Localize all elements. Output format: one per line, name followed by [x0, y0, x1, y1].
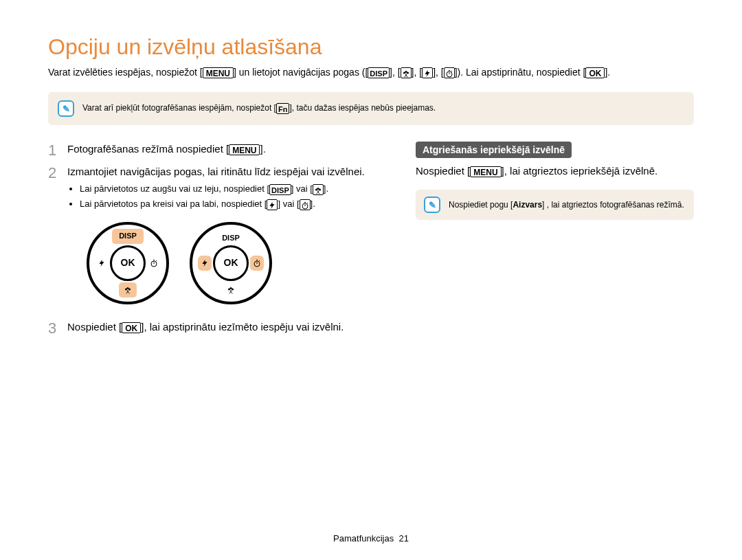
ok-button-label: OK	[122, 322, 141, 333]
flash-segment	[198, 256, 212, 271]
timer-segment	[147, 256, 161, 271]
bullet-left-right: Lai pārvietotos pa kreisi vai pa labi, n…	[80, 198, 388, 210]
step-2: Izmantojiet navigācijas pogas, lai ritin…	[48, 164, 388, 304]
step-1: Fotografēšanas režīmā nospiediet [MENU].	[48, 142, 388, 156]
right-column: Atgriešanās iepriekšējā izvēlnē Nospiedi…	[416, 142, 694, 341]
nav-dial-vertical: DISP OK	[87, 222, 169, 304]
flower-icon	[401, 67, 412, 78]
disp-segment: DISP	[215, 231, 247, 246]
left-column: Fotografēšanas režīmā nospiediet [MENU].…	[48, 142, 388, 341]
disp-segment: DISP	[112, 229, 144, 244]
note-icon: ✎	[424, 197, 440, 213]
flower-segment	[119, 282, 137, 298]
flower-segment	[222, 282, 240, 298]
disp-button-label: DISP	[269, 184, 291, 195]
tip-box: ✎ Varat arī piekļūt fotografēšanas iespē…	[48, 92, 694, 125]
flash-icon	[267, 199, 278, 210]
ok-button-label: OK	[585, 67, 605, 78]
page-title: Opciju un izvēlņu atlasīšana	[48, 34, 694, 60]
flower-icon	[313, 184, 324, 195]
bullet-up-down: Lai pārvietotos uz augšu vai uz leju, no…	[80, 183, 388, 195]
disp-button-label: DISP	[368, 67, 390, 78]
menu-button-label: MENU	[229, 144, 260, 155]
menu-button-label: MENU	[470, 166, 501, 177]
timer-icon	[444, 67, 455, 78]
page-footer: Pamatfunkcijas 21	[0, 533, 742, 544]
flash-segment	[95, 256, 109, 271]
timer-segment	[250, 256, 264, 271]
dial-ok: OK	[110, 245, 146, 281]
dial-ok: OK	[213, 245, 249, 281]
intro-text: Varat izvēlēties iespējas, nospiežot [ME…	[48, 67, 694, 78]
section-heading: Atgriešanās iepriekšējā izvēlnē	[416, 142, 572, 158]
right-text: Nospiediet [MENU], lai atgrieztos ieprie…	[416, 165, 694, 177]
flash-icon	[422, 67, 433, 78]
tip-text: Varat arī piekļūt fotografēšanas iespējā…	[82, 103, 436, 114]
menu-button-label: MENU	[203, 67, 234, 78]
note-icon: ✎	[58, 100, 74, 117]
nav-dial-horizontal: DISP OK	[190, 222, 272, 304]
tip-box-right: ✎ Nospiediet pogu [Aizvars] , lai atgrie…	[416, 190, 694, 220]
tip-text: Nospiediet pogu [Aizvars] , lai atgriezt…	[449, 200, 684, 210]
timer-icon	[300, 199, 311, 210]
step-3: Nospiediet [OK], lai apstiprinātu iezīmē…	[48, 320, 388, 334]
fn-button-label: Fn	[276, 103, 289, 114]
